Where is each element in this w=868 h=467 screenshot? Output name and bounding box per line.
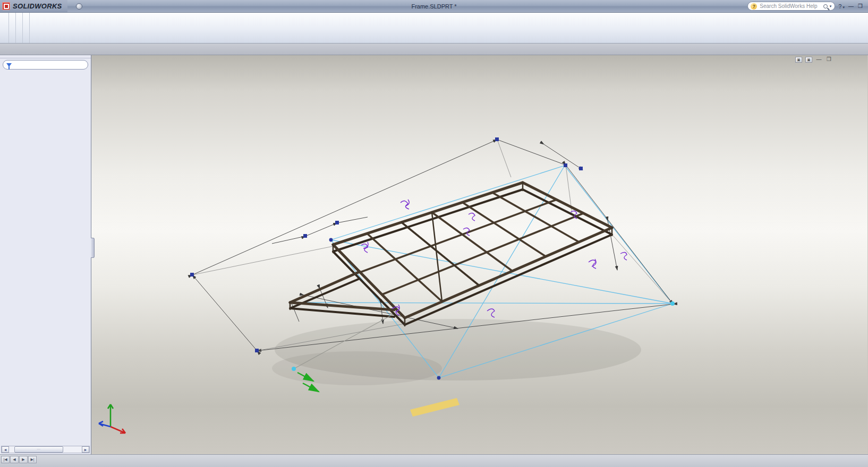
selected-vertex — [670, 301, 675, 306]
viewport-icon-1[interactable]: ▣ — [795, 57, 802, 63]
graphics-viewport[interactable]: ▣ ▣ — ❒ — [91, 55, 867, 454]
viewport-icon-2[interactable]: ▣ — [805, 57, 812, 63]
ruler-anchor-point — [292, 367, 296, 371]
help-bubble-icon: ? — [751, 3, 757, 10]
last-study-icon[interactable]: ▶| — [28, 456, 37, 463]
viewport-minimize-icon[interactable]: — — [815, 57, 822, 63]
command-manager — [0, 13, 868, 44]
filter-icon — [6, 63, 12, 67]
bottom-bar: |◀ ◀ ▶ ▶| — [0, 454, 868, 467]
reference-triad — [99, 404, 125, 433]
scroll-thumb[interactable]: ⋯ — [14, 446, 63, 453]
panel-splitter-handle[interactable] — [91, 238, 95, 258]
viewport-cascade-icon[interactable]: ❒ — [826, 57, 832, 63]
solidworks-logo: SOLIDWORKS — [0, 0, 67, 12]
sketch-group — [2, 13, 8, 43]
feature-tree — [0, 71, 91, 445]
model-scene — [91, 55, 867, 454]
solidworks-cube-icon — [2, 2, 10, 10]
next-study-icon[interactable]: ▶ — [19, 456, 28, 463]
first-study-icon[interactable]: |◀ — [1, 456, 10, 463]
entity-group — [8, 13, 15, 43]
ribbon-tabs — [0, 44, 868, 55]
pattern-group — [22, 13, 29, 43]
window-title: Frame.SLDPRT * — [0, 3, 868, 10]
restore-button[interactable]: ❒ — [858, 3, 864, 9]
search-input[interactable]: Search SolidWorks Help — [760, 3, 820, 9]
pin-icon[interactable] — [76, 3, 82, 10]
relations-group — [29, 13, 36, 43]
tree-filter-input[interactable] — [3, 60, 88, 70]
title-bar: SOLIDWORKS Frame.SLDPRT * ? Search Solid… — [0, 0, 868, 13]
search-caret-icon[interactable]: ▾ — [830, 4, 832, 8]
modify-group — [15, 13, 22, 43]
brand-text: SOLIDWORKS — [13, 2, 62, 10]
viewport-window-controls: ▣ ▣ — ❒ — [795, 57, 832, 63]
feature-manager-panel: ◄ ⋯ ► — [0, 55, 91, 454]
prev-study-icon[interactable]: ◀ — [10, 456, 19, 463]
help-button[interactable]: ? ▾ — [838, 3, 845, 10]
search-icon[interactable] — [823, 4, 828, 8]
trailer-frame-model — [290, 183, 612, 326]
search-box[interactable]: ? Search SolidWorks Help ▾ — [747, 2, 835, 11]
study-nav-buttons: |◀ ◀ ▶ ▶| — [0, 455, 39, 463]
minimize-button[interactable]: — — [848, 3, 855, 9]
scroll-right-icon[interactable]: ► — [82, 446, 89, 453]
scroll-left-icon[interactable]: ◄ — [2, 446, 9, 453]
tree-horizontal-scrollbar[interactable]: ◄ ⋯ ► — [1, 446, 90, 453]
